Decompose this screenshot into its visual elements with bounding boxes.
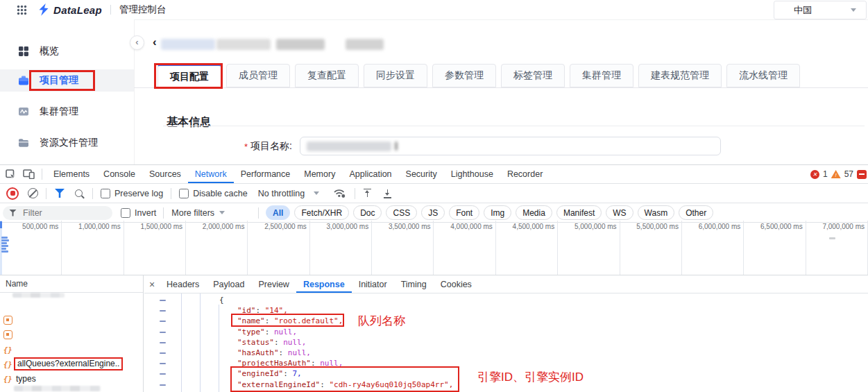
devtools-tab[interactable]: Performance [234, 165, 298, 183]
devtools-tab[interactable]: Sources [142, 165, 188, 183]
sidebar-collapse-button[interactable] [130, 35, 144, 50]
device-toolbar-icon[interactable] [23, 169, 35, 179]
request-type-pill[interactable]: All [266, 205, 290, 220]
response-tab[interactable]: Response [296, 275, 352, 293]
json-key: "projectHasAuth" [237, 359, 311, 368]
import-har-icon[interactable] [363, 189, 372, 198]
sidebar-item-overview[interactable]: 概览 [0, 40, 134, 62]
content-tab[interactable]: 标签管理 [501, 64, 565, 87]
response-tab[interactable]: Initiator [352, 275, 394, 293]
devtools-tab[interactable]: Memory [297, 165, 342, 183]
sidebar-item-cluster-management[interactable]: 集群管理 [0, 101, 134, 123]
request-type-pill[interactable]: Font [449, 205, 479, 220]
clear-network-log-button[interactable] [28, 188, 38, 198]
record-network-log-button[interactable] [6, 187, 19, 200]
request-type-pill[interactable]: JS [421, 205, 445, 220]
brand-logo[interactable]: DataLeap [38, 3, 102, 16]
json-key: "engineId" [237, 369, 283, 378]
timeline-request-bar [1, 242, 7, 244]
response-tab-label: Preview [258, 280, 289, 289]
request-type-pill[interactable]: Img [484, 205, 511, 220]
request-row[interactable] [0, 298, 143, 313]
response-tab[interactable]: Headers [160, 275, 206, 293]
request-row[interactable]: allQueues?externalEngine.. [0, 357, 143, 371]
content-tab[interactable]: 集群管理 [570, 64, 633, 87]
request-row[interactable]: types [0, 371, 143, 386]
search-icon[interactable] [75, 189, 83, 197]
invert-filter-label: Invert [135, 208, 156, 218]
topbar: DataLeap 管理控制台 中国 [0, 0, 868, 20]
chevron-down-icon[interactable] [219, 211, 225, 214]
devtools-tab[interactable]: Network [188, 165, 234, 183]
region-select[interactable]: 中国 [774, 1, 867, 19]
content-tab[interactable]: 流水线管理 [726, 64, 800, 87]
chevron-down-icon[interactable] [314, 191, 319, 195]
request-type-pill[interactable]: CSS [386, 205, 417, 220]
devtools-tab[interactable]: Security [399, 165, 444, 183]
request-type-pill[interactable]: Manifest [556, 205, 602, 220]
devtools-tab[interactable]: Lighthouse [444, 165, 500, 183]
more-filters-button[interactable]: More filters [171, 208, 214, 218]
console-title: 管理控制台 [119, 3, 167, 16]
content-tab[interactable]: 项目配置 [158, 64, 221, 88]
devtools-tab[interactable]: Application [342, 165, 398, 183]
devtools-tab-label: Elements [53, 169, 90, 179]
response-tab[interactable]: Cookies [434, 275, 479, 293]
preserve-log-checkbox[interactable] [101, 189, 110, 198]
content-tab[interactable]: 成员管理 [226, 64, 290, 87]
request-type-pill-label: Doc [360, 208, 375, 218]
back-chevron-icon[interactable] [153, 35, 157, 49]
content-tab-label: 成员管理 [239, 69, 278, 82]
redacted-breadcrumb-block [161, 39, 215, 50]
request-type-pill[interactable]: Other [679, 205, 713, 220]
sidebar-item-resource-files[interactable]: 资源文件管理 [0, 132, 134, 154]
content-tab[interactable]: 复查配置 [295, 64, 359, 87]
timeline-tick: 6,500,000 ms [744, 221, 806, 275]
response-tab[interactable]: Timing [394, 275, 434, 293]
json-value: "14", [265, 306, 288, 315]
devtools-tab[interactable]: Recorder [500, 165, 550, 183]
sidebar-item-project-management[interactable]: 项目管理 [0, 69, 134, 92]
disable-cache-label: Disable cache [193, 189, 248, 198]
invert-filter-checkbox[interactable] [121, 208, 130, 218]
request-name [16, 343, 119, 355]
throttling-select[interactable]: No throttling [258, 189, 305, 198]
filter-toggle-icon[interactable] [55, 189, 65, 198]
request-row[interactable] [0, 327, 143, 342]
timeline-tick: 5,000,000 ms [558, 221, 620, 275]
name-column-header[interactable]: Name [0, 275, 143, 293]
content-tab[interactable]: 参数管理 [432, 64, 496, 87]
sidebar-item-label: 概览 [40, 45, 59, 58]
json-value: null, [288, 348, 311, 357]
cluster-monitor-icon [18, 106, 29, 117]
devtools-tab[interactable]: Elements [46, 165, 96, 183]
request-type-pill[interactable]: Fetch/XHR [294, 205, 349, 220]
request-type-pill[interactable]: Doc [353, 205, 382, 220]
response-tab[interactable]: Preview [251, 275, 296, 293]
response-tab[interactable]: Payload [206, 275, 251, 293]
request-row[interactable] [0, 342, 143, 357]
content-tab[interactable]: 建表规范管理 [638, 64, 722, 87]
redacted-input-value [395, 142, 398, 151]
content-tab[interactable]: 同步设置 [364, 64, 427, 87]
network-filter-field[interactable] [3, 206, 112, 220]
issues-badge-icon[interactable] [857, 170, 867, 179]
request-type-pill[interactable]: Wasm [638, 205, 675, 220]
export-har-icon[interactable] [383, 189, 392, 198]
network-conditions-icon[interactable] [333, 188, 346, 198]
disable-cache-checkbox[interactable] [179, 189, 189, 198]
network-filter-input[interactable] [22, 207, 101, 219]
devtools-tab[interactable]: Console [96, 165, 142, 183]
project-name-input[interactable] [300, 137, 721, 155]
redacted-request-row [12, 293, 65, 298]
request-type-pill[interactable]: Media [516, 205, 552, 220]
inspect-element-icon[interactable] [6, 169, 16, 180]
toolbar-divider [171, 188, 171, 199]
warning-badge-icon[interactable] [831, 170, 841, 178]
request-row[interactable] [0, 313, 143, 327]
close-icon[interactable]: × [144, 275, 160, 293]
app-grid-icon[interactable] [17, 5, 27, 15]
response-tab-label: Headers [167, 280, 199, 289]
error-badge-icon[interactable] [810, 170, 819, 179]
request-type-pill[interactable]: WS [606, 205, 633, 220]
